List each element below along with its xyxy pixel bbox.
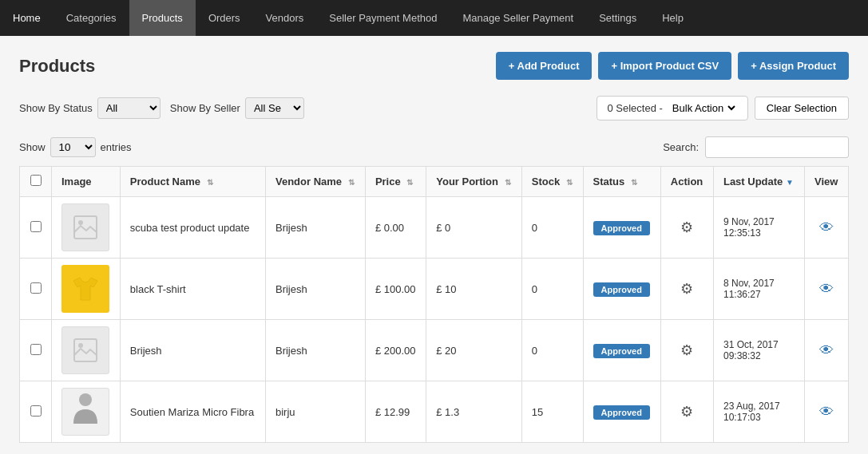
row-last-update: 9 Nov, 201712:35:13 (713, 197, 804, 259)
row-price: £ 200.00 (365, 320, 426, 381)
add-product-button[interactable]: + Add Product (496, 52, 593, 80)
row-view[interactable]: 👁 (805, 197, 849, 259)
gear-icon[interactable]: ⚙ (680, 342, 693, 358)
row-product-name: scuba test product update (120, 197, 265, 259)
nav-categories[interactable]: Categories (54, 0, 129, 36)
bulk-section: 0 Selected - Bulk Action Delete Approve … (597, 96, 849, 120)
table-header-row: Image Product Name ⇅ Vendor Name ⇅ Price… (20, 167, 849, 197)
import-product-csv-button[interactable]: + Import Product CSV (598, 52, 731, 80)
entries-select[interactable]: 10 25 50 100 (50, 137, 96, 157)
search-box: Search: (663, 136, 849, 158)
gear-icon[interactable]: ⚙ (680, 404, 693, 420)
nav-manage-seller-payment[interactable]: Manage Seller Payment (450, 0, 586, 36)
nav-orders[interactable]: Orders (196, 0, 253, 36)
row-view[interactable]: 👁 (805, 259, 849, 320)
nav-products[interactable]: Products (129, 0, 196, 36)
col-image: Image (52, 167, 121, 197)
row-checkbox-cell (20, 259, 52, 320)
main-content: Products + Add Product + Import Product … (0, 36, 868, 454)
row-your-portion: £ 20 (426, 320, 522, 381)
header-buttons: + Add Product + Import Product CSV + Ass… (496, 52, 849, 80)
eye-icon[interactable]: 👁 (819, 342, 834, 358)
svg-rect-2 (74, 339, 97, 361)
nav-seller-payment-method[interactable]: Seller Payment Method (316, 0, 450, 36)
price-sort-icon: ⇅ (406, 178, 413, 187)
row-last-update: 23 Aug, 201710:17:03 (713, 381, 804, 443)
entries-label: entries (101, 141, 132, 153)
last-update-sort-icon: ▼ (786, 178, 794, 187)
seller-filter-select[interactable]: All Se Brijesh birju (245, 97, 304, 119)
eye-icon[interactable]: 👁 (819, 404, 834, 420)
status-filter-label: Show By Status (19, 102, 93, 114)
svg-point-1 (78, 220, 83, 225)
row-status: Approved (583, 381, 660, 443)
stock-sort-icon: ⇅ (566, 178, 573, 187)
bulk-action-select[interactable]: Bulk Action Delete Approve (669, 101, 738, 115)
col-last-update[interactable]: Last Update ▼ (713, 167, 804, 197)
row-view[interactable]: 👁 (805, 320, 849, 381)
row-checkbox[interactable] (30, 282, 42, 294)
svg-point-4 (79, 393, 92, 406)
row-status: Approved (583, 320, 660, 381)
col-price[interactable]: Price ⇅ (365, 167, 426, 197)
seller-filter-group: Show By Seller All Se Brijesh birju (170, 97, 304, 119)
product-name-sort-icon: ⇅ (207, 178, 213, 187)
status-filter-group: Show By Status All Active Inactive (19, 97, 161, 119)
table-row: scuba test product updateBrijesh£ 0.00£ … (20, 197, 849, 259)
nav-settings[interactable]: Settings (586, 0, 649, 36)
gear-icon[interactable]: ⚙ (680, 281, 693, 297)
row-product-name: Soutien Mariza Micro Fibra (120, 381, 265, 443)
row-view[interactable]: 👁 (805, 381, 849, 443)
table-row: BrijeshBrijesh£ 200.00£ 200Approved⚙31 O… (20, 320, 849, 381)
table-row: black T-shirtBrijesh£ 100.00£ 100Approve… (20, 259, 849, 320)
row-action[interactable]: ⚙ (660, 381, 713, 443)
row-last-update: 31 Oct, 201709:38:32 (713, 320, 804, 381)
row-checkbox[interactable] (30, 344, 42, 355)
show-entries-group: Show 10 25 50 100 entries (19, 137, 132, 157)
status-badge: Approved (593, 282, 650, 297)
row-stock: 0 (521, 320, 583, 381)
row-status: Approved (583, 197, 660, 259)
row-checkbox-cell (20, 197, 52, 259)
search-label: Search: (663, 141, 699, 153)
status-filter-select[interactable]: All Active Inactive (97, 97, 161, 119)
row-action[interactable]: ⚙ (660, 259, 713, 320)
row-last-update: 8 Nov, 201711:36:27 (713, 259, 804, 320)
row-stock: 0 (521, 259, 583, 320)
col-your-portion[interactable]: Your Portion ⇅ (426, 167, 522, 197)
row-action[interactable]: ⚙ (660, 197, 713, 259)
row-checkbox[interactable] (30, 221, 42, 232)
show-label: Show (19, 141, 46, 153)
row-product-name: Brijesh (120, 320, 265, 381)
assign-product-button[interactable]: + Assign Product (738, 52, 849, 80)
col-action: Action (660, 167, 713, 197)
row-price: £ 12.99 (365, 381, 426, 443)
row-price: £ 100.00 (365, 259, 426, 320)
gear-icon[interactable]: ⚙ (680, 219, 693, 235)
nav-home[interactable]: Home (0, 0, 54, 36)
row-checkbox[interactable] (30, 405, 42, 416)
col-vendor-name[interactable]: Vendor Name ⇅ (265, 167, 365, 197)
nav-help[interactable]: Help (649, 0, 696, 36)
eye-icon[interactable]: 👁 (819, 281, 834, 297)
nav-vendors[interactable]: Vendors (253, 0, 317, 36)
row-action[interactable]: ⚙ (660, 320, 713, 381)
row-vendor-name: Brijesh (265, 197, 365, 259)
page-title: Products (19, 56, 95, 77)
col-stock[interactable]: Stock ⇅ (521, 167, 583, 197)
row-your-portion: £ 1.3 (426, 381, 522, 443)
col-product-name[interactable]: Product Name ⇅ (120, 167, 265, 197)
row-vendor-name: Brijesh (265, 259, 365, 320)
tshirt-icon (69, 273, 101, 305)
select-all-checkbox[interactable] (30, 175, 42, 186)
col-status[interactable]: Status ⇅ (583, 167, 660, 197)
person-icon (69, 392, 101, 432)
eye-icon[interactable]: 👁 (819, 219, 834, 235)
bulk-box: 0 Selected - Bulk Action Delete Approve (597, 96, 747, 120)
search-input[interactable] (705, 136, 849, 158)
clear-selection-button[interactable]: Clear Selection (755, 97, 849, 120)
selected-count-label: 0 Selected - (607, 102, 662, 114)
row-image-cell (52, 259, 121, 320)
seller-filter-label: Show By Seller (170, 102, 240, 114)
products-table: Image Product Name ⇅ Vendor Name ⇅ Price… (19, 166, 849, 443)
